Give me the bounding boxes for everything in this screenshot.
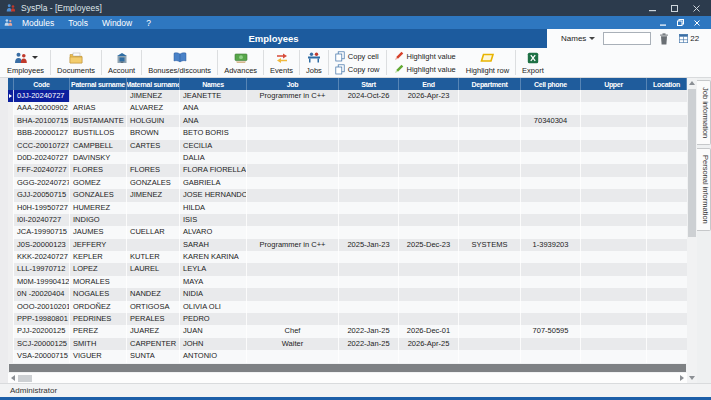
grid-vertical-scrollbar[interactable] xyxy=(687,78,697,383)
grid-cell[interactable] xyxy=(581,226,647,238)
grid-cell[interactable] xyxy=(647,263,687,275)
grid-cell[interactable]: LEYLA xyxy=(180,263,247,275)
grid-cell[interactable]: KUTLER xyxy=(127,251,180,263)
grid-cell[interactable] xyxy=(247,177,339,189)
grid-cell[interactable]: 2026-Apr-25 xyxy=(399,338,459,350)
grid-cell[interactable]: AAA-20000902 xyxy=(14,102,70,114)
grid-cell[interactable] xyxy=(399,288,459,300)
scroll-left-icon[interactable] xyxy=(11,375,15,381)
column-header-cell-phone[interactable]: Cell phone xyxy=(521,78,581,90)
table-row[interactable]: LLL-19970712LOPEZLAURELLEYLA xyxy=(8,263,687,275)
grid-cell[interactable]: NIDIA xyxy=(180,288,247,300)
grid-cell[interactable]: CECILIA xyxy=(180,140,247,152)
grid-cell[interactable] xyxy=(459,127,521,139)
grid-cell[interactable] xyxy=(581,214,647,226)
grid-cell[interactable] xyxy=(339,202,399,214)
table-row[interactable]: J0S-20000123JEFFERYSARAHProgrammer in C+… xyxy=(8,239,687,251)
grid-cell[interactable]: BETO BORIS xyxy=(180,127,247,139)
grid-cell[interactable]: GONZALES xyxy=(127,177,180,189)
grid-cell[interactable] xyxy=(581,202,647,214)
employees-button[interactable]: Employees xyxy=(2,48,49,77)
grid-cell[interactable] xyxy=(459,251,521,263)
grid-cell[interactable] xyxy=(339,288,399,300)
grid-cell[interactable] xyxy=(647,102,687,114)
menu-tools[interactable]: Tools xyxy=(61,18,95,28)
column-header-department[interactable]: Department xyxy=(459,78,521,90)
grid-cell[interactable] xyxy=(339,313,399,325)
grid-cell[interactable] xyxy=(459,350,521,362)
grid-cell[interactable] xyxy=(459,202,521,214)
grid-cell[interactable]: SUNTA xyxy=(127,350,180,362)
grid-cell[interactable] xyxy=(521,263,581,275)
grid-cell[interactable]: ORTIGOSA xyxy=(127,301,180,313)
grid-cell[interactable]: JEFFERY xyxy=(70,239,127,251)
grid-cell[interactable]: PJJ-20200125 xyxy=(14,325,70,337)
grid-cell[interactable] xyxy=(581,152,647,164)
column-header-end[interactable]: End xyxy=(399,78,459,90)
field-selector-dropdown[interactable]: Names xyxy=(561,34,595,43)
grid-cell[interactable] xyxy=(247,140,339,152)
grid-cell[interactable] xyxy=(339,301,399,313)
jobs-button[interactable]: Jobs xyxy=(301,48,327,77)
grid-cell[interactable]: LOPEZ xyxy=(70,263,127,275)
grid-cell[interactable] xyxy=(459,152,521,164)
grid-cell[interactable] xyxy=(459,102,521,114)
grid-cell[interactable] xyxy=(247,276,339,288)
grid-cell[interactable]: J0S-20000123 xyxy=(14,239,70,251)
grid-cell[interactable] xyxy=(247,288,339,300)
grid-cell[interactable] xyxy=(399,214,459,226)
grid-cell[interactable]: NANDEZ xyxy=(127,288,180,300)
grid-cell[interactable]: SARAH xyxy=(180,239,247,251)
grid-cell[interactable]: JAUMES xyxy=(70,226,127,238)
grid-cell[interactable] xyxy=(459,140,521,152)
column-header-job[interactable]: Job xyxy=(247,78,339,90)
grid-cell[interactable]: JIMENEZ xyxy=(127,189,180,201)
grid-cell[interactable] xyxy=(647,189,687,201)
grid-cell[interactable] xyxy=(521,152,581,164)
grid-cell[interactable]: JUAREZ xyxy=(127,325,180,337)
grid-cell[interactable] xyxy=(339,350,399,362)
grid-cell[interactable] xyxy=(399,276,459,288)
grid-cell[interactable] xyxy=(247,301,339,313)
grid-cell[interactable]: GABRIELA xyxy=(180,177,247,189)
tab-personal-information[interactable]: Personal information xyxy=(697,148,711,231)
grid-cell[interactable] xyxy=(459,276,521,288)
table-row[interactable]: PPP-19980801PEDRINESPERALESPEDRO xyxy=(8,313,687,325)
grid-cell[interactable]: JOSE HERNANDO xyxy=(180,189,247,201)
grid-cell[interactable] xyxy=(647,226,687,238)
grid-cell[interactable] xyxy=(399,140,459,152)
grid-cell[interactable] xyxy=(247,313,339,325)
column-header-start[interactable]: Start xyxy=(339,78,399,90)
grid-cell[interactable]: PEREZ xyxy=(70,325,127,337)
documents-button[interactable]: Documents xyxy=(52,48,100,77)
grid-cell[interactable] xyxy=(581,90,647,102)
grid-cell[interactable] xyxy=(459,90,521,102)
grid-cell[interactable]: VIGUER xyxy=(70,350,127,362)
table-row[interactable]: I0I-20240727INDIGOISIS xyxy=(8,214,687,226)
grid-cell[interactable] xyxy=(647,214,687,226)
grid-cell[interactable] xyxy=(647,313,687,325)
grid-cell[interactable] xyxy=(339,115,399,127)
grid-cell[interactable] xyxy=(521,301,581,313)
grid-cell[interactable]: 2025-Dec-23 xyxy=(399,239,459,251)
column-header-names[interactable]: Names xyxy=(180,78,247,90)
grid-cell[interactable] xyxy=(339,177,399,189)
grid-cell[interactable] xyxy=(521,140,581,152)
scrollbar-thumb[interactable] xyxy=(688,89,696,237)
mdi-close-icon[interactable] xyxy=(691,18,703,28)
highlight-value-green-button[interactable]: Highlight value xyxy=(393,63,456,75)
menu-help[interactable]: ? xyxy=(139,18,158,28)
grid-cell[interactable]: 0N -20020404 xyxy=(14,288,70,300)
grid-cell[interactable] xyxy=(581,164,647,176)
scroll-right-icon[interactable] xyxy=(680,375,684,381)
grid-cell[interactable] xyxy=(339,164,399,176)
table-row[interactable]: AAA-20000902ARIASALVAREZANA xyxy=(8,102,687,114)
grid-cell[interactable]: OLIVIA OLI xyxy=(180,301,247,313)
grid-cell[interactable] xyxy=(581,276,647,288)
grid-cell[interactable] xyxy=(521,276,581,288)
grid-cell[interactable]: PEDRINES xyxy=(70,313,127,325)
grid-cell[interactable]: Waiter xyxy=(247,338,339,350)
grid-cell[interactable] xyxy=(247,226,339,238)
table-row[interactable]: VSA-20000715VIGUERSUNTAANTONIO xyxy=(8,350,687,362)
grid-cell[interactable]: ISIS xyxy=(180,214,247,226)
